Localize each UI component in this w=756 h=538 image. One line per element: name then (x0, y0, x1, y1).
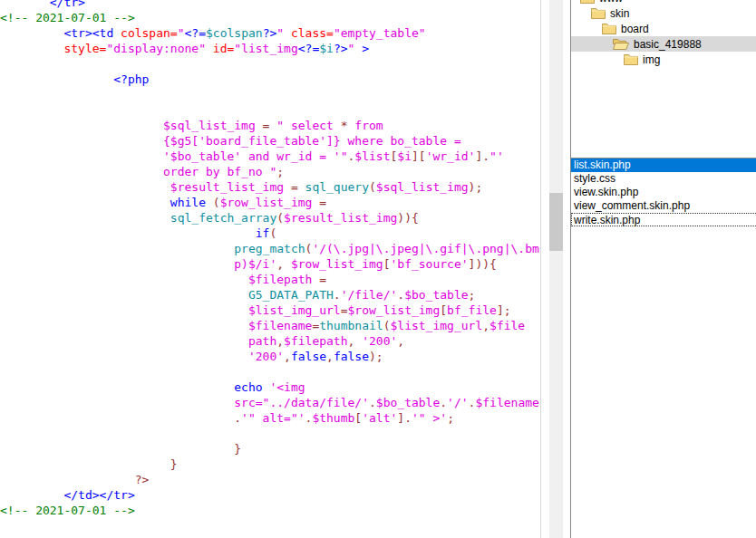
code-line: sql_fetch_array($result_list_img)){ (0, 210, 553, 226)
tree-item-label: basic_419888 (634, 38, 702, 51)
tree-item-label: board (621, 23, 649, 35)
file-item-write.skin.php[interactable]: write.skin.php (571, 213, 756, 226)
code-line: order by bf_no "; (0, 164, 553, 179)
code-line (0, 56, 553, 72)
file-item-view_comment.skin.php[interactable]: view_comment.skin.php (571, 199, 756, 213)
file-item-style.css[interactable]: style.css (571, 172, 756, 186)
code-line: src="../data/file/'.$bo_table.'/'.$filen… (0, 395, 553, 410)
code-line: $result_list_img = sql_query($sql_list_i… (0, 179, 553, 195)
code-line: p)$/i', $row_list_img['bf_source'])){ (0, 256, 553, 272)
file-item-view.skin.php[interactable]: view.skin.php (571, 186, 756, 199)
code-line: G5_DATA_PATH.'/file/'.$bo_table; (0, 287, 553, 303)
file-item-list.skin.php[interactable]: list.skin.php (571, 159, 756, 172)
code-line: echo '<img (0, 379, 553, 395)
tree-item-label: img (643, 53, 660, 66)
folder-tree: wwwskinboardbasic_419888img (571, 0, 756, 67)
tree-item-label: skin (610, 7, 629, 20)
tree-item-board[interactable]: board (571, 21, 756, 36)
code-line: if( (0, 226, 553, 241)
folder-closed-icon (602, 23, 616, 34)
code-line: $list_img_url=$row_list_img[bf_file]; (0, 303, 553, 318)
code-line: <?php (0, 72, 553, 87)
code-line: ?> (0, 472, 553, 487)
code-line: } (0, 456, 553, 472)
code-line (0, 87, 553, 102)
code-line (0, 102, 553, 118)
tree-item-label: www (599, 0, 623, 5)
code-editor[interactable]: </tr><!-- 2021-07-01 --> <tr><td colspan… (0, 0, 553, 538)
code-line: </tr> (0, 0, 553, 10)
folder-closed-icon (624, 53, 638, 65)
folder-tree-panel: wwwskinboardbasic_419888img (570, 0, 756, 159)
code-line: '200',false,false); (0, 349, 553, 364)
folder-closed-icon (591, 7, 606, 19)
code-scrollbar[interactable] (549, 0, 563, 538)
tree-item-img[interactable]: img (571, 52, 756, 67)
tree-item-skin[interactable]: skin (571, 5, 756, 21)
code-line: path,$filepath, '200', (0, 333, 553, 349)
folder-closed-icon (580, 0, 595, 4)
code-line: $filename=thumbnail($list_img_url,$file (0, 318, 553, 333)
code-line: {$g5['board_file_table']} where bo_table… (0, 133, 553, 149)
code-line (0, 426, 553, 441)
code-line: $filepath = (0, 272, 553, 287)
tree-item-basic_419888[interactable]: basic_419888 (571, 36, 756, 52)
code-line: <!-- 2021-07-01 --> (0, 503, 553, 518)
code-line: while ($row_list_img = (0, 195, 553, 210)
code-line: <tr><td colspan="<?=$colspan?>" class="e… (0, 25, 553, 41)
code-line: </td></tr> (0, 487, 553, 503)
file-list-panel: list.skin.phpstyle.cssview.skin.phpview_… (570, 158, 756, 538)
code-line: .'" alt="'.$thumb['alt'].'" >'; (0, 410, 553, 426)
code-line: preg_match('/(\.jpg|\.jpeg|\.gif|\.png|\… (0, 241, 553, 256)
code-line: style="display:none" id="list_img<?=$i?>… (0, 41, 553, 56)
code-line: } (0, 441, 553, 456)
code-line: '$bo_table' and wr_id = '".$list[$i]['wr… (0, 149, 553, 164)
folder-open-icon (613, 38, 629, 50)
code-line: <!-- 2021-07-01 --> (0, 10, 553, 25)
code-line: $sql_list_img = " select * from (0, 118, 553, 133)
code-scrollbar-thumb[interactable] (549, 193, 563, 251)
code-line (0, 364, 553, 379)
